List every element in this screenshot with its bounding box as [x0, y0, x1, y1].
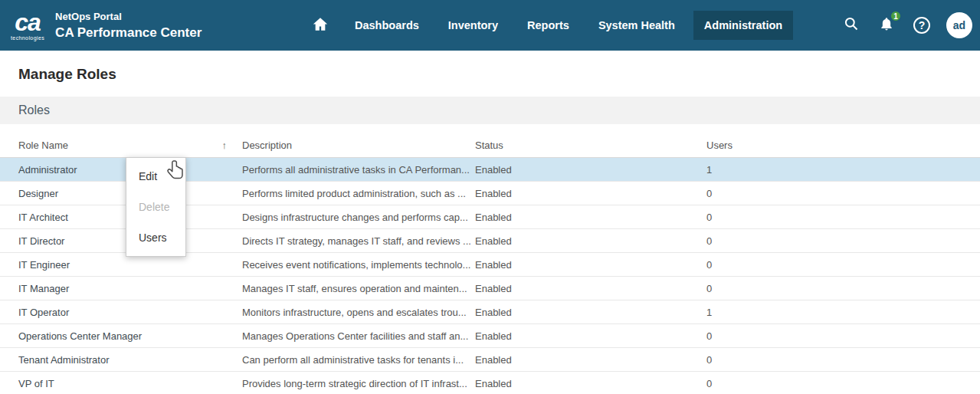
cell-status: Enabled: [470, 259, 702, 271]
help-icon: ?: [913, 17, 930, 34]
table-row[interactable]: IT OperatorMonitors infrastructure, open…: [0, 300, 980, 324]
ca-logo-text: ca: [15, 10, 41, 34]
help-button[interactable]: ?: [911, 15, 932, 36]
brand-text: NetOps Portal CA Performance Center: [55, 11, 202, 41]
cell-role: IT Manager: [0, 283, 238, 294]
cell-users: 0: [702, 212, 980, 223]
home-icon: [313, 17, 328, 34]
ca-logo: ca technologies: [11, 10, 44, 41]
cell-description: Performs limited product administration,…: [238, 188, 470, 199]
portal-name: NetOps Portal: [55, 11, 202, 22]
cell-users: 0: [702, 378, 980, 389]
cell-role: Operations Center Manager: [0, 330, 238, 342]
section-header-roles: Roles: [0, 97, 980, 124]
cell-description: Provides long-term strategic direction o…: [238, 378, 470, 389]
nav-item-administration[interactable]: Administration: [693, 11, 793, 40]
cell-description: Manages IT staff, ensures operation and …: [238, 283, 470, 294]
cell-users: 0: [702, 354, 980, 366]
cell-role: IT Operator: [0, 307, 238, 318]
sort-ascending-icon: ↑: [222, 140, 228, 151]
topbar-icons: 1 ? ad: [841, 0, 972, 51]
nav-container: DashboardsInventoryReportsSystem HealthA…: [305, 0, 797, 51]
cell-status: Enabled: [470, 354, 702, 366]
cell-role: IT Director: [0, 235, 238, 247]
context-menu-item-edit[interactable]: Edit: [126, 161, 185, 192]
cell-description: Can perform all administrative tasks for…: [238, 354, 470, 366]
cell-users: 0: [702, 259, 980, 271]
cell-description: Monitors infrastructure, opens and escal…: [238, 307, 470, 318]
ca-logo-subtext: technologies: [11, 35, 44, 41]
app-name: CA Performance Center: [55, 25, 202, 41]
home-button[interactable]: [305, 10, 336, 41]
user-avatar[interactable]: ad: [946, 12, 972, 38]
cell-status: Enabled: [470, 330, 702, 342]
nav-item-system-health[interactable]: System Health: [588, 11, 686, 40]
cell-users: 0: [702, 235, 980, 247]
table-row[interactable]: VP of ITProvides long-term strategic dir…: [0, 372, 980, 394]
cell-description: Performs all administrative tasks in CA …: [238, 164, 470, 176]
cell-users: 1: [702, 164, 980, 176]
context-menu: EditDeleteUsers: [126, 157, 186, 257]
column-header-role-name[interactable]: Role Name ↑: [0, 140, 238, 151]
cell-status: Enabled: [470, 188, 702, 199]
cell-role: VP of IT: [0, 378, 238, 389]
cell-role: Administrator: [0, 164, 238, 176]
column-header-users[interactable]: Users: [702, 140, 980, 151]
cell-status: Enabled: [470, 283, 702, 294]
context-menu-item-users[interactable]: Users: [126, 222, 185, 253]
main-nav: DashboardsInventoryReportsSystem HealthA…: [340, 11, 797, 40]
cell-users: 0: [702, 188, 980, 199]
cell-description: Designs infrastructure changes and perfo…: [238, 212, 470, 223]
cell-role: Tenant Administrator: [0, 354, 238, 366]
notification-badge: 1: [890, 10, 902, 22]
cell-users: 0: [702, 330, 980, 342]
cell-status: Enabled: [470, 164, 702, 176]
cell-role: IT Architect: [0, 212, 238, 223]
cell-status: Enabled: [470, 212, 702, 223]
table-row[interactable]: IT ManagerManages IT staff, ensures oper…: [0, 277, 980, 300]
column-header-description[interactable]: Description: [238, 140, 470, 151]
context-menu-item-delete: Delete: [126, 192, 185, 222]
nav-item-reports[interactable]: Reports: [516, 11, 580, 40]
table-row[interactable]: Tenant AdministratorCan perform all admi…: [0, 348, 980, 372]
cell-description: Manages Operations Center facilities and…: [238, 330, 470, 342]
cell-role: IT Engineer: [0, 259, 238, 271]
notifications-button[interactable]: 1: [876, 15, 897, 36]
column-header-status[interactable]: Status: [470, 140, 702, 151]
cell-status: Enabled: [470, 378, 702, 389]
cell-status: Enabled: [470, 235, 702, 247]
roles-table-header: Role Name ↑ Description Status Users: [0, 133, 980, 158]
search-button[interactable]: [841, 15, 862, 36]
cell-status: Enabled: [470, 307, 702, 318]
search-icon: [844, 16, 859, 34]
page-title: Manage Roles: [0, 51, 980, 97]
table-row[interactable]: Operations Center ManagerManages Operati…: [0, 324, 980, 348]
cell-description: Directs IT strategy, manages IT staff, a…: [238, 235, 470, 247]
cell-description: Receives event notifications, implements…: [238, 259, 470, 271]
cell-users: 1: [702, 307, 980, 318]
cell-role: Designer: [0, 188, 238, 199]
column-header-role-name-label: Role Name: [18, 140, 68, 151]
cell-users: 0: [702, 283, 980, 294]
nav-item-dashboards[interactable]: Dashboards: [344, 11, 430, 40]
nav-item-inventory[interactable]: Inventory: [438, 11, 509, 40]
top-navigation-bar: ca technologies NetOps Portal CA Perform…: [0, 0, 980, 51]
